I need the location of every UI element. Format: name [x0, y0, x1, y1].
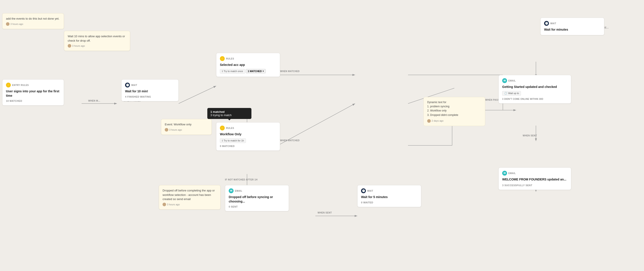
email2-wait-badge: 🕐 Wait up to	[502, 91, 521, 96]
rules1-title: Selected acc app	[220, 63, 276, 67]
note-card-3: Event: Workflow only 3 hours ago	[161, 119, 212, 135]
note1-time: 3 hours ago	[10, 23, 23, 25]
note-card-2: Wait 10 mins to allow app selection even…	[64, 31, 130, 51]
avatar-1	[6, 22, 10, 26]
chevron-icon-1: ▾	[263, 70, 264, 72]
wait3-title: Wait for minutes	[544, 27, 600, 32]
dynamic-note-card: Dynamic text for 1. problem syncing 2. W…	[424, 97, 485, 126]
clock-icon-2: 🕐	[504, 92, 507, 95]
entry-icon: ⚡	[6, 83, 11, 87]
note3-text: Event: Workflow only	[165, 122, 208, 127]
email2-title: Getting Started updated and checked	[502, 85, 568, 89]
avatar-5	[427, 119, 431, 123]
rules1-label: RULES	[226, 57, 234, 60]
wait3-icon: 🕐	[544, 21, 549, 26]
connector-when-matched1: WHEN MATCHED	[280, 70, 300, 72]
rules1-badge: ℹ Try to match once	[220, 69, 245, 74]
wait1-card: 🕐 WAIT Wait for 10 min! 4 FINISHED WAITI…	[121, 79, 179, 101]
wait2-icon: 🕐	[361, 188, 366, 193]
matched-count: 1 MATCHED	[248, 70, 262, 72]
email1-title: Dropped off before syncing or choosing..…	[229, 195, 285, 204]
wait1-label: WAIT	[131, 84, 137, 86]
note-card-1: add the events to do this but not done y…	[2, 13, 64, 29]
email2-icon: ✉	[502, 78, 507, 83]
wait2-label: WAIT	[367, 190, 373, 192]
matched-btn-1[interactable]: 1 MATCHED ▾	[246, 69, 266, 73]
dynamic-line3: 2. Workflow only	[427, 109, 482, 113]
wait1-icon: 🕐	[125, 83, 130, 87]
avatar-3	[165, 128, 168, 132]
svg-line-2	[179, 86, 216, 104]
email2-stat: 3 DIDN'T COME ONLINE WITHIN 30D	[502, 98, 568, 100]
rules2-title: Workflow Only	[220, 132, 276, 137]
wait1-title: Wait for 10 min!	[125, 89, 175, 94]
connector-when-matched2: WHEN MATCHED	[280, 139, 300, 142]
wait2-stat: 0 WAITED	[361, 201, 418, 204]
note3-time: 3 hours ago	[169, 128, 182, 131]
connector-when-sent1: WHEN SENT	[318, 212, 332, 214]
email1-label: EMAIL	[235, 190, 242, 192]
email3-icon: ✉	[502, 171, 507, 176]
entry-rules-card: ⚡ ENTRY RULES User signs into your app f…	[2, 79, 64, 106]
rules2-card: ⚡ RULES Workflow Only ℹ Try to match for…	[216, 122, 280, 151]
dropoff-time: 3 hours ago	[167, 203, 180, 206]
info-icon-2: ℹ	[222, 139, 223, 142]
email1-icon: ✉	[229, 188, 234, 193]
wait1-stat: 4 FINISHED WAITING	[125, 95, 175, 98]
entry-label: ENTRY RULES	[12, 84, 29, 86]
email3-label: EMAIL	[508, 172, 516, 175]
info-icon-1: ℹ	[222, 70, 223, 73]
rules2-stat: 0 MATCHED	[220, 145, 276, 147]
tooltip-matched: 1 matched 3 trying to match	[207, 108, 252, 119]
email1-stat: 0 SENT	[229, 205, 285, 208]
dropoff-note-card: Dropped off before completing the app or…	[159, 185, 220, 210]
tooltip-line2: 3 trying to match	[210, 113, 248, 117]
connector-if-not-matched-1h: IF NOT MATCHED AFTER 1H	[225, 179, 258, 181]
connector-when-m: WHEN M...	[88, 100, 100, 102]
rules2-label: RULES	[226, 127, 234, 129]
email3-title: WELCOME FROM FOUNDERS updated an...	[502, 177, 568, 182]
email1-card: ✉ EMAIL Dropped off before syncing or ch…	[225, 185, 289, 211]
note1-text: add the events to do this but not done y…	[6, 16, 60, 21]
email2-card: ✉ EMAIL Getting Started updated and chec…	[498, 75, 571, 104]
rules2-badge: ℹ Try to match for 1h	[220, 138, 246, 143]
wait2-card: 🕐 WAIT Wait for 5 minutes 0 WAITED	[357, 185, 421, 207]
email3-card: ✉ EMAIL WELCOME FROM FOUNDERS updated an…	[498, 167, 571, 190]
rules2-icon: ⚡	[220, 126, 225, 130]
email2-label: EMAIL	[508, 79, 516, 82]
entry-title: User signs into your app for the first t…	[6, 89, 60, 98]
dynamic-line1: Dynamic text for	[427, 100, 482, 104]
tooltip-line1: 1 matched	[210, 110, 248, 113]
dynamic-time: 2 days ago	[432, 119, 444, 123]
note2-text: Wait 10 mins to allow app selection even…	[68, 34, 126, 43]
dynamic-line2: 1. problem syncing	[427, 104, 482, 109]
connector-when-sent2: WHEN SENT	[523, 134, 537, 137]
wait3-label: WAIT	[550, 22, 556, 25]
rules1-card: ⚡ RULES Selected acc app ℹ Try to match …	[216, 53, 280, 77]
rules1-icon: ⚡	[220, 56, 225, 61]
wait3-card: 🕐 WAIT Wait for minutes	[540, 18, 604, 35]
dynamic-line4: 3. Dropped didnt complete	[427, 113, 482, 117]
dropoff-text: Dropped off before completing the app or…	[162, 188, 217, 201]
avatar-4	[162, 203, 166, 206]
avatar-2	[68, 44, 71, 48]
entry-stat: 10 MATCHED	[6, 100, 60, 102]
email3-stat: 3 SUCCESSFULLY SENT	[502, 184, 568, 187]
note2-time: 3 hours ago	[72, 44, 85, 47]
wait2-title: Wait for 5 minutes	[361, 195, 418, 199]
